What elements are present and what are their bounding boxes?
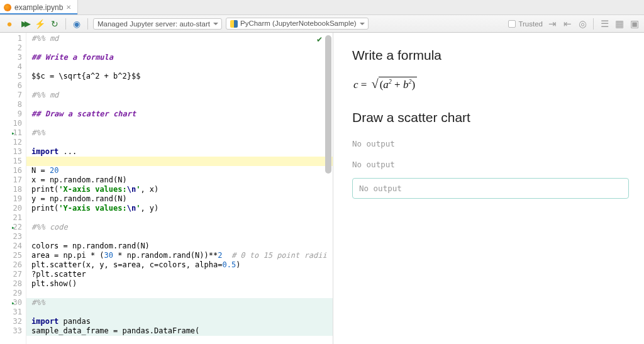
copy-cell-icon[interactable]: ⇤	[562, 18, 573, 30]
preview-icon[interactable]: ◎	[577, 18, 588, 30]
output-placeholder: No output	[352, 160, 629, 169]
restart-button[interactable]: ↻	[49, 18, 60, 30]
trusted-toggle[interactable]: Trusted	[508, 20, 543, 28]
code-area[interactable]: #%% md ## Write a formula $$c = \sqrt{a^…	[26, 33, 333, 344]
close-icon[interactable]: ✕	[66, 4, 71, 11]
tab-filename: example.ipynb	[14, 3, 63, 12]
preview-pane: Write a formula c = (a2 + b2) Draw a sca…	[333, 33, 644, 344]
variables-button[interactable]: ◉	[71, 18, 82, 30]
tab-bar: example.ipynb ✕	[0, 0, 644, 15]
interrupt-button[interactable]: ⚡	[34, 18, 45, 30]
run-all-button[interactable]: ▶▶	[19, 18, 30, 30]
line-gutter: 1234567891011121315161718192021222324252…	[0, 33, 26, 344]
scrollbar-thumb[interactable]	[325, 35, 331, 174]
file-tab[interactable]: example.ipynb ✕	[0, 0, 78, 14]
trusted-checkbox[interactable]	[508, 20, 516, 28]
editor-pane: ✔ ➤ 123456789101112131516171819202122232…	[0, 33, 333, 344]
trusted-label: Trusted	[518, 20, 543, 28]
python-icon	[230, 20, 238, 28]
add-cell-button[interactable]: ●	[4, 18, 15, 30]
server-dropdown-label: Managed Jupyter server: auto-start	[97, 20, 210, 28]
image-view-icon[interactable]: ▣	[629, 18, 640, 30]
rendered-formula: c = (a2 + b2)	[353, 77, 629, 91]
preview-heading-formula: Write a formula	[352, 48, 629, 63]
kernel-dropdown[interactable]: PyCharm (JupyterNotebookSample)	[226, 18, 369, 30]
code-editor[interactable]: 1234567891011121315161718192021222324252…	[0, 33, 333, 344]
output-placeholder: No output	[352, 139, 629, 148]
kernel-dropdown-label: PyCharm (JupyterNotebookSample)	[240, 19, 357, 27]
server-dropdown[interactable]: Managed Jupyter server: auto-start	[93, 18, 222, 30]
jupyter-icon	[4, 4, 11, 11]
output-placeholder-active: No output	[352, 178, 629, 199]
preview-heading-scatter: Draw a scatter chart	[352, 110, 629, 125]
list-view-icon[interactable]: ☰	[599, 18, 610, 30]
cut-cell-icon[interactable]: ⇥	[547, 18, 558, 30]
grid-view-icon[interactable]: ▦	[614, 18, 625, 30]
notebook-toolbar: ● ▶▶ ⚡ ↻ ◉ Managed Jupyter server: auto-…	[0, 15, 644, 33]
